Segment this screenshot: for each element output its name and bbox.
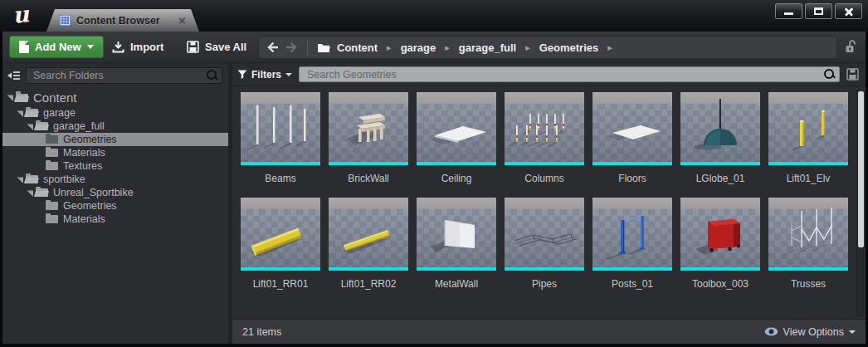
folder-icon <box>46 202 58 210</box>
minimize-button[interactable] <box>775 3 802 19</box>
save-search-icon[interactable] <box>846 68 859 81</box>
lock-sources-icon[interactable] <box>843 39 857 54</box>
tab-content-browser[interactable]: Content Browser <box>46 9 199 32</box>
search-icon <box>207 70 217 81</box>
sidebar-folder-sportbike[interactable]: sportbike <box>2 173 228 186</box>
back-icon[interactable] <box>266 42 279 53</box>
asset-tile-posts-01[interactable]: Posts_01 <box>592 198 672 290</box>
view-options-button[interactable]: View Options <box>764 326 856 338</box>
breadcrumb-separator-icon[interactable]: ▸ <box>605 42 615 53</box>
folder-tree: Content garage garage_full <box>2 87 228 344</box>
sidebar-folder-textures[interactable]: Textures <box>2 159 228 173</box>
asset-name: Pipes <box>505 278 584 290</box>
new-asset-icon <box>19 41 29 53</box>
folder-label: Geometries <box>63 200 117 212</box>
filters-button[interactable]: Filters <box>237 69 292 81</box>
asset-tile-lglobe-01[interactable]: LGlobe_01 <box>680 92 760 184</box>
save-icon <box>187 41 199 53</box>
folder-icon <box>46 162 58 170</box>
folder-label: Geometries <box>63 134 117 145</box>
save-all-label: Save All <box>205 41 246 53</box>
asset-thumbnail <box>329 198 408 271</box>
asset-grid-area: Beams <box>232 86 866 319</box>
folder-icon <box>26 109 38 117</box>
tab-title: Content Browser <box>76 15 160 27</box>
import-button[interactable]: Import <box>104 36 172 58</box>
asset-tile-lift01-rr02[interactable]: Lift01_RR02 <box>329 198 408 290</box>
main-area: Content garage garage_full <box>2 63 866 344</box>
search-assets-input[interactable] <box>299 66 840 82</box>
asset-tile-toolbox-003[interactable]: Toolbox_003 <box>680 198 760 290</box>
scrollbar-thumb[interactable] <box>858 91 864 247</box>
folder-icon <box>46 149 58 157</box>
breadcrumb-geometries[interactable]: Geometries <box>539 42 599 54</box>
breadcrumb-separator-icon[interactable]: ▸ <box>442 42 452 53</box>
close-button[interactable] <box>835 3 862 19</box>
sidebar-folder-unreal-sportbike[interactable]: Unreal_Sportbike <box>2 186 228 199</box>
folder-label: garage <box>43 107 76 119</box>
asset-name: Toolbox_003 <box>680 278 760 290</box>
minimize-icon <box>784 12 793 15</box>
sidebar-folder-sportbike-geometries[interactable]: Geometries <box>2 199 228 213</box>
tab-close-icon[interactable] <box>178 17 186 24</box>
asset-name: LGlobe_01 <box>680 173 760 184</box>
asset-type-color-bar <box>241 162 320 165</box>
import-icon <box>112 41 124 53</box>
content-browser-tab-icon <box>60 15 71 26</box>
content-browser-window: u Content Browser Add New <box>0 0 868 347</box>
filters-label: Filters <box>251 69 281 81</box>
asset-tile-ceiling[interactable]: Ceiling <box>417 92 496 184</box>
sidebar-folder-garage-full[interactable]: garage_full <box>2 120 228 133</box>
toolbar: Add New Import Save All <box>2 32 866 63</box>
window-controls <box>775 3 862 19</box>
sidebar-folder-content[interactable]: Content <box>2 89 228 106</box>
folder-icon <box>46 215 58 223</box>
asset-name: Floors <box>592 173 672 184</box>
item-count: 21 items <box>242 326 281 338</box>
maximize-button[interactable] <box>805 3 832 19</box>
breadcrumb-separator-icon[interactable]: ▸ <box>384 42 394 53</box>
folder-label: Textures <box>63 160 102 172</box>
add-new-button[interactable]: Add New <box>9 36 104 58</box>
folder-icon <box>46 135 58 144</box>
asset-thumbnail <box>680 198 760 271</box>
asset-tile-columns[interactable]: Columns <box>505 92 584 184</box>
vertical-scrollbar[interactable] <box>856 90 864 316</box>
chevron-down-icon <box>285 73 292 76</box>
asset-name: MetalWall <box>417 278 496 290</box>
breadcrumb-garage[interactable]: garage <box>401 42 436 54</box>
sidebar-folder-sportbike-materials[interactable]: Materials <box>2 213 228 226</box>
save-all-button[interactable]: Save All <box>178 36 255 58</box>
asset-tile-pipes[interactable]: Pipes <box>505 198 584 290</box>
asset-thumbnail <box>768 198 848 271</box>
asset-tile-lift01-rr01[interactable]: Lift01_RR01 <box>241 198 320 290</box>
asset-name: Ceiling <box>417 173 496 184</box>
asset-tile-trusses[interactable]: Trusses <box>768 198 848 290</box>
breadcrumb-separator-icon[interactable]: ▸ <box>523 42 533 53</box>
search-icon <box>824 69 835 80</box>
folder-search-row <box>2 63 228 87</box>
folder-icon <box>36 122 48 130</box>
breadcrumb-content[interactable]: Content <box>337 42 378 54</box>
collapse-sources-icon[interactable] <box>7 70 21 81</box>
asset-tile-lift01-elv[interactable]: Lift01_Elv <box>768 92 848 184</box>
asset-tile-floors[interactable]: Floors <box>592 92 672 184</box>
sidebar-folder-materials[interactable]: Materials <box>2 146 228 159</box>
forward-icon[interactable] <box>285 42 298 53</box>
status-bar: 21 items View Options <box>232 319 866 344</box>
chevron-down-icon <box>87 45 94 49</box>
asset-thumbnail <box>592 92 672 165</box>
asset-grid: Beams <box>232 86 866 319</box>
sidebar-folder-garage[interactable]: garage <box>2 106 228 120</box>
asset-name: Lift01_RR02 <box>329 278 408 290</box>
asset-name: Columns <box>505 173 584 184</box>
sidebar-folder-geometries[interactable]: Geometries <box>2 133 228 146</box>
folder-label: Materials <box>63 213 105 225</box>
asset-tile-beams[interactable]: Beams <box>241 92 320 184</box>
asset-tile-metalwall[interactable]: MetalWall <box>417 198 496 290</box>
search-folders-input[interactable] <box>26 67 222 84</box>
breadcrumb-garage-full[interactable]: garage_full <box>459 42 516 54</box>
asset-thumbnail <box>417 198 496 271</box>
filter-bar: Filters <box>232 63 866 86</box>
asset-tile-brickwall[interactable]: BrickWall <box>329 92 408 184</box>
